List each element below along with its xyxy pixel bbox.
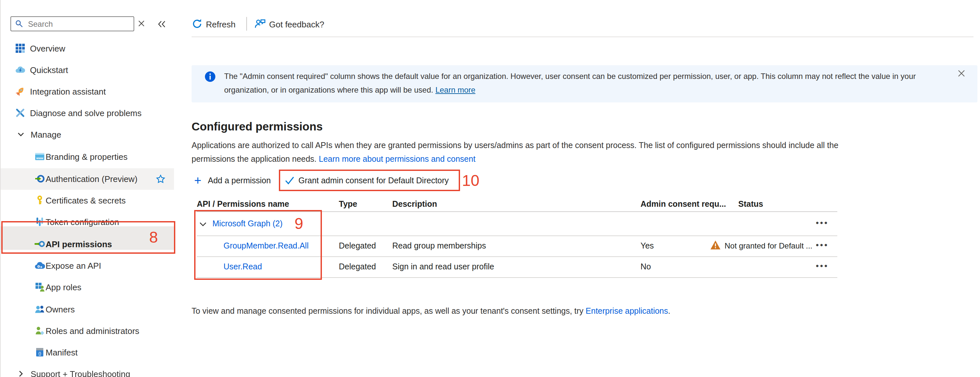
svg-text:{}: {} bbox=[38, 351, 41, 356]
row-more-options-button[interactable]: ••• bbox=[816, 218, 829, 228]
col-header-type: Type bbox=[339, 200, 357, 209]
sidebar: Overview Quickstart Integration assistan… bbox=[0, 0, 182, 377]
enterprise-applications-link[interactable]: Enterprise applications bbox=[586, 307, 668, 316]
banner-learn-more-link[interactable]: Learn more bbox=[435, 85, 475, 94]
cell-admin-consent: Yes bbox=[641, 241, 654, 251]
sidebar-item-diagnose[interactable]: Diagnose and solve problems bbox=[1, 102, 182, 124]
sidebar-item-manifest[interactable]: {} Manifest bbox=[1, 342, 182, 363]
cloud-bolt-icon bbox=[15, 65, 25, 75]
row-more-options-button[interactable]: ••• bbox=[816, 261, 829, 271]
manifest-icon: {} bbox=[35, 347, 45, 358]
sidebar-item-expose-api[interactable]: Expose an API bbox=[1, 255, 182, 276]
cloud-gear-icon bbox=[35, 260, 45, 271]
auth-icon bbox=[35, 174, 45, 184]
search-input-wrapper bbox=[10, 16, 134, 31]
col-header-status: Status bbox=[738, 200, 763, 209]
sidebar-item-token-configuration[interactable]: Token configuration bbox=[1, 211, 182, 233]
cell-description: Sign in and read user profile bbox=[392, 262, 494, 272]
cell-status: Not granted for Default ... bbox=[725, 241, 813, 251]
row-divider bbox=[197, 256, 837, 257]
cell-description: Read group memberships bbox=[392, 241, 486, 251]
grid-icon bbox=[15, 43, 25, 53]
permission-link[interactable]: GroupMember.Read.All bbox=[223, 241, 309, 251]
info-icon bbox=[205, 71, 216, 82]
page-title: Configured permissions bbox=[192, 120, 323, 134]
toolbar-underline bbox=[192, 37, 974, 37]
sidebar-item-owners[interactable]: Owners bbox=[1, 299, 182, 320]
sidebar-item-quickstart[interactable]: Quickstart bbox=[1, 59, 182, 81]
add-permission-button[interactable]: Add a permission bbox=[208, 176, 271, 185]
sidebar-group-support[interactable]: Support + Troubleshooting bbox=[1, 363, 182, 377]
sidebar-group-manage[interactable]: Manage bbox=[1, 124, 182, 145]
rocket-icon bbox=[15, 86, 25, 96]
permission-link[interactable]: User.Read bbox=[223, 262, 262, 272]
info-banner-text: The "Admin consent required" column show… bbox=[224, 70, 953, 97]
feedback-icon[interactable] bbox=[254, 18, 266, 29]
tools-icon bbox=[15, 108, 25, 118]
col-header-admin-consent: Admin consent requ... bbox=[641, 200, 726, 209]
grid-person-icon bbox=[35, 282, 45, 292]
plus-icon: + bbox=[194, 174, 201, 188]
chevron-right-icon bbox=[16, 369, 27, 377]
header-underline bbox=[197, 211, 837, 212]
banner-close-icon[interactable] bbox=[957, 69, 966, 78]
sidebar-item-overview[interactable]: Overview bbox=[1, 38, 182, 59]
sidebar-item-app-roles[interactable]: App roles bbox=[1, 276, 182, 298]
bars-icon bbox=[35, 217, 45, 227]
feedback-button[interactable]: Got feedback? bbox=[269, 19, 324, 29]
sidebar-item-api-permissions[interactable]: API permissions bbox=[1, 233, 182, 255]
person-cube-icon bbox=[35, 326, 45, 336]
warning-icon bbox=[710, 240, 721, 250]
key-icon bbox=[35, 195, 45, 206]
api-permission-icon bbox=[35, 239, 45, 249]
refresh-icon[interactable] bbox=[192, 18, 203, 29]
permissions-consent-link[interactable]: Learn more about permissions and consent bbox=[319, 155, 476, 164]
chevron-down-icon bbox=[16, 129, 27, 140]
collapse-sidebar-icon[interactable] bbox=[157, 19, 167, 29]
section-description: Applications are authorized to call APIs… bbox=[192, 139, 869, 166]
col-header-description: Description bbox=[392, 200, 437, 209]
row-more-options-button[interactable]: ••• bbox=[816, 240, 829, 250]
sidebar-item-branding[interactable]: www Branding & properties bbox=[1, 146, 182, 168]
search-icon bbox=[15, 19, 24, 28]
search-clear-icon[interactable] bbox=[137, 19, 145, 27]
expand-chevron-icon[interactable] bbox=[199, 220, 207, 228]
cell-admin-consent: No bbox=[641, 262, 651, 272]
footer-note: To view and manage consented permissions… bbox=[192, 307, 670, 316]
sidebar-item-certificates[interactable]: Certificates & secrets bbox=[1, 190, 182, 211]
col-header-api-permissions-name: API / Permissions name bbox=[197, 200, 289, 209]
people-icon bbox=[35, 304, 45, 315]
annotation-number-9: 9 bbox=[294, 215, 303, 233]
sidebar-item-authentication[interactable]: Authentication (Preview) bbox=[1, 168, 182, 190]
sidebar-item-integration-assistant[interactable]: Integration assistant bbox=[1, 81, 182, 102]
toolbar-divider bbox=[246, 17, 247, 31]
microsoft-graph-link[interactable]: Microsoft Graph (2) bbox=[212, 219, 282, 228]
checkmark-icon bbox=[285, 176, 294, 185]
cell-type: Delegated bbox=[339, 241, 376, 251]
app-registration-api-permissions-page: Overview Quickstart Integration assistan… bbox=[0, 0, 980, 377]
refresh-button[interactable]: Refresh bbox=[206, 19, 235, 29]
cell-type: Delegated bbox=[339, 262, 376, 272]
annotation-number-10: 10 bbox=[462, 171, 479, 190]
browser-icon: www bbox=[35, 151, 45, 162]
sidebar-item-roles-admins[interactable]: Roles and administrators bbox=[1, 320, 182, 342]
svg-text:www: www bbox=[36, 157, 43, 160]
favorite-star-icon[interactable] bbox=[156, 174, 165, 184]
row-divider bbox=[197, 277, 837, 278]
grant-admin-consent-button[interactable]: Grant admin consent for Default Director… bbox=[298, 176, 449, 185]
search-input[interactable] bbox=[27, 18, 132, 31]
row-divider bbox=[197, 235, 837, 236]
